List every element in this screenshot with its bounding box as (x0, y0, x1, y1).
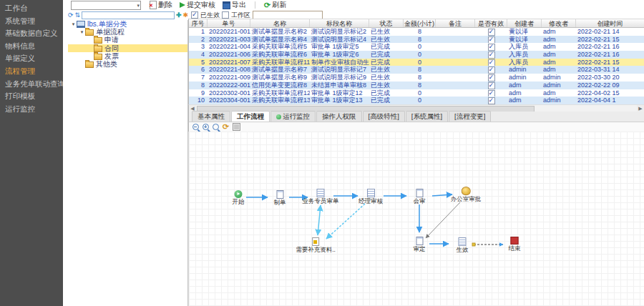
workflow-node-draft[interactable]: 制单 (274, 190, 286, 206)
table-row[interactable]: 120220221-001测试单据显示名称2测试说明显示标记2已生效8黄以泽ad… (189, 28, 644, 36)
add-icon[interactable]: ✚ (176, 11, 182, 19)
tree-search-input[interactable] (82, 11, 175, 19)
tree-node-lbs.单据分类[interactable]: ▾lbs.单据分类 (68, 20, 187, 28)
column-header-名称[interactable]: 名称 (250, 19, 310, 27)
workflow-node-specialist[interactable]: 业务专员审单 (303, 189, 339, 204)
tree-node-发票[interactable]: 发票 (68, 52, 187, 60)
refresh-icon[interactable]: ⟳ (68, 11, 74, 19)
export-button[interactable]: 导出 (223, 0, 246, 10)
table-row[interactable]: 620220221-008测试单据显示名称7测试说明显示标记7已生效8admin… (189, 66, 644, 74)
cell-状态: 已完成 (369, 43, 404, 51)
collapse-icon[interactable]: ⇅ (75, 11, 81, 19)
workflow-node-finalize[interactable]: 审定 (414, 237, 426, 252)
valid-checkbox[interactable] (488, 74, 495, 82)
monitor-icon (276, 114, 281, 119)
tree-node-label: lbs.单据分类 (87, 20, 127, 28)
effective-checkbox[interactable] (191, 11, 198, 19)
edge-anchor (472, 243, 475, 246)
valid-checkbox[interactable] (488, 36, 495, 44)
tree-node-申请[interactable]: 申请 (68, 36, 187, 44)
valid-checkbox[interactable] (488, 90, 495, 97)
sidebar-item-单据定义[interactable]: 单据定义 (0, 52, 63, 65)
workflow-node-label: 开始 (233, 199, 245, 205)
table-row[interactable]: 420220221-006采购关联审单流程6审批单 1级审定6已完成0入库员ad… (189, 51, 644, 59)
cell-标段名称: 测试说明显示标记2 (310, 28, 369, 36)
cell-单号: 20220221-003 (208, 36, 250, 44)
column-header-是否有效[interactable]: 是否有效 (475, 19, 507, 27)
table-row[interactable]: 720220221-009测试单据显示名称9测试说明显示标记9已生效8admin… (189, 74, 644, 82)
expand-arrow-icon[interactable]: ▾ (79, 28, 85, 36)
sidebar-item-打印模板[interactable]: 打印模板 (0, 90, 63, 103)
cell-创建者: adm (507, 89, 542, 97)
valid-checkbox[interactable] (488, 59, 495, 66)
table-row[interactable]: 220220221-003测试单据显示名称4测试说明显示标记4已生效8黄以泽ad… (189, 36, 644, 44)
sidebar-item-系统管理[interactable]: 系统管理 (0, 15, 63, 28)
valid-checkbox[interactable] (488, 51, 495, 59)
table-row[interactable]: 920220302-001采购关联审单流程12审批单 1级审定12已完成0adm… (189, 89, 644, 97)
tab-基本属性[interactable]: 基本属性 (192, 111, 230, 122)
workflow-node-manager[interactable]: 经理审核 (358, 189, 383, 204)
favorite-icon[interactable]: ✱ (182, 11, 188, 19)
sidebar-item-业务凭单联动查询[interactable]: 业务凭单联动查询 (0, 78, 63, 91)
valid-checkbox[interactable] (488, 97, 495, 104)
workflow-node-end[interactable]: 结束 (509, 236, 521, 252)
form-icon (459, 237, 467, 246)
cell-名称: 采购关联审单流程5 (250, 43, 310, 51)
tree-node-其他类[interactable]: 其他类 (68, 60, 187, 68)
sidebar-item-工作台[interactable]: 工作台 (0, 2, 63, 15)
workflow-node-joint[interactable]: 会审 (414, 189, 426, 204)
tree-node-合同[interactable]: 合同 (68, 44, 187, 52)
tab-系统属性[interactable]: [系统属性] (406, 111, 448, 122)
scroll-right-icon[interactable]: ▶ (637, 105, 644, 112)
tab-流程变更[interactable]: [流程变更] (449, 111, 491, 122)
column-header-修改者[interactable]: 修改者 (542, 19, 576, 27)
submit-review-button[interactable]: 提交审核 (180, 0, 215, 10)
table-row[interactable]: 320220221-004采购关联审单流程5审批单 1级审定5已完成0入库员ad… (189, 43, 644, 51)
zoom-out-icon[interactable] (192, 124, 199, 130)
sidebar-item-物料信息[interactable]: 物料信息 (0, 40, 63, 53)
tab-工作流程[interactable]: 工作流程 (231, 111, 270, 122)
zoom-in-icon[interactable] (203, 124, 209, 130)
table-row[interactable]: 520220221-007采购关联审单流程11制单作业审核自动生成已完成0入库员… (189, 59, 644, 66)
workflow-node-effective[interactable]: 生效 (457, 237, 469, 253)
refresh-icon[interactable]: ⟳ (223, 123, 229, 131)
expand-arrow-icon[interactable]: ▾ (70, 20, 77, 28)
document-table: 序号单号名称标段名称状态金额(小计)备注是否有效创建者修改者创建时间 12022… (188, 19, 644, 112)
column-header-备注[interactable]: 备注 (436, 19, 475, 27)
column-header-序号[interactable]: 序号 (189, 19, 208, 27)
zoom-reset-icon[interactable] (213, 124, 219, 130)
valid-checkbox[interactable] (488, 44, 495, 51)
tab-操作人权限[interactable]: 操作人权限 (316, 111, 362, 122)
diagram-toolbar: ⟳ (188, 122, 644, 132)
sidebar-item-流程管理[interactable]: 流程管理 (0, 65, 63, 78)
column-header-标段名称[interactable]: 标段名称 (310, 19, 369, 27)
column-header-创建者[interactable]: 创建者 (507, 19, 542, 27)
sidebar-item-基础数据自定义[interactable]: 基础数据自定义 (0, 27, 63, 40)
tab-高级特性[interactable]: [高级特性] (363, 111, 405, 122)
column-header-金额(小计)[interactable]: 金额(小计) (404, 19, 436, 27)
table-row[interactable]: 820220222-001信用凭单变更流程8未结算申请单审核8已生效8admad… (189, 82, 644, 89)
column-header-创建时间[interactable]: 创建时间 (576, 19, 644, 27)
sidebar-item-运行监控[interactable]: 运行监控 (0, 103, 63, 116)
module-combobox[interactable]: ▾ (71, 1, 141, 10)
workflow-node-start[interactable]: 开始 (233, 190, 245, 205)
valid-checkbox[interactable] (488, 82, 495, 89)
workflow-node-label: 业务专员审单 (303, 198, 339, 204)
grid-icon[interactable] (233, 123, 240, 131)
workflow-canvas[interactable]: 开始制单业务专员审单经理审核会审办公室审批需要补充资料..审定生效结束 (188, 132, 644, 306)
table-row[interactable]: 1020220304-001采购关联审单流程13审批单 1级审定13已完成0ad… (189, 97, 644, 104)
cell-名称: 测试单据显示名称7 (250, 66, 310, 74)
valid-checkbox[interactable] (488, 66, 495, 74)
tree-node-单据流程[interactable]: ▾单据流程 (68, 28, 187, 36)
cell-备注 (436, 97, 475, 104)
workspace-checkbox[interactable] (222, 11, 229, 19)
tab-运行监控[interactable]: 运行监控 (270, 111, 316, 122)
refresh-button[interactable]: ⟳ 刷新 (264, 0, 286, 10)
valid-checkbox[interactable] (488, 29, 495, 36)
workflow-node-supplement[interactable]: 需要补充资料.. (296, 237, 336, 253)
column-header-状态[interactable]: 状态 (369, 19, 404, 27)
delete-button[interactable]: 删除 (150, 0, 172, 10)
column-header-单号[interactable]: 单号 (208, 19, 250, 27)
cell-修改者: admin (542, 74, 576, 82)
workflow-node-office[interactable]: 办公室审批 (451, 187, 482, 202)
